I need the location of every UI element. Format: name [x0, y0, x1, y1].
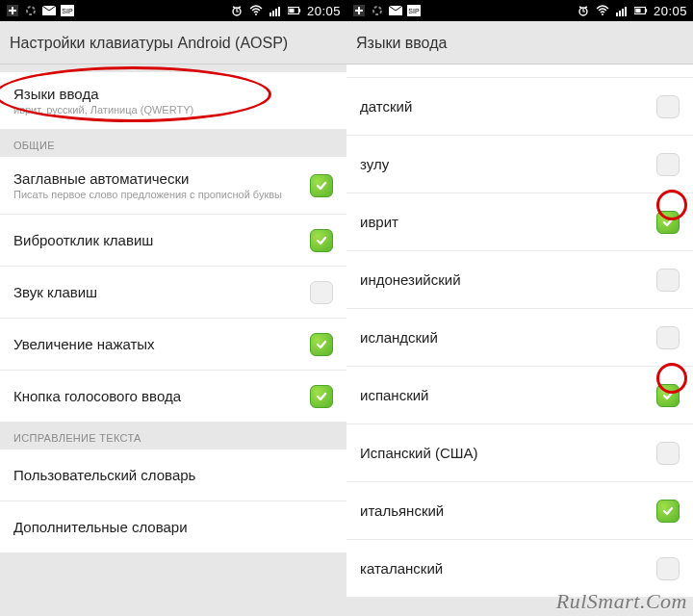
- row-title: Заглавные автоматически: [13, 170, 282, 187]
- auto-caps-row[interactable]: Заглавные автоматически Писать первое сл…: [0, 157, 346, 215]
- checkbox-on[interactable]: [656, 384, 680, 407]
- language-row[interactable]: датский: [346, 78, 693, 136]
- language-row[interactable]: иврит: [346, 193, 693, 251]
- language-label: исландский: [360, 329, 438, 346]
- svg-rect-22: [619, 11, 621, 16]
- addon-dictionaries-row[interactable]: Дополнительные словари: [0, 501, 346, 553]
- svg-rect-10: [278, 7, 280, 16]
- checkbox-off[interactable]: [656, 95, 680, 118]
- left-screen: SIP 20:05 Настройки клавиатуры Android (…: [0, 0, 346, 616]
- language-row[interactable]: исландский: [346, 309, 693, 367]
- svg-rect-7: [270, 13, 271, 16]
- language-row[interactable]: Испанский (США): [346, 424, 693, 482]
- svg-rect-9: [275, 9, 277, 16]
- right-screen: SIP 20:05 Языки ввода датскийзулуивритин…: [346, 0, 693, 616]
- language-label: индонезийский: [360, 271, 461, 288]
- add-icon: [352, 4, 366, 17]
- add-icon: [6, 4, 19, 17]
- language-label: итальянский: [360, 502, 444, 519]
- settings-list[interactable]: Языки ввода иврит, русский, Латиница (QW…: [0, 64, 346, 616]
- language-row[interactable]: зулу: [346, 136, 693, 193]
- svg-point-15: [373, 7, 381, 14]
- checkbox-off[interactable]: [656, 153, 680, 176]
- row-title: Виброотклик клавиш: [13, 232, 153, 248]
- svg-point-1: [27, 7, 35, 14]
- watermark: RulSmart.Com: [556, 589, 687, 614]
- section-header-correction: ИСПРАВЛЕНИЕ ТЕКСТА: [0, 423, 346, 449]
- language-row[interactable]: итальянский: [346, 482, 693, 540]
- checkbox-off[interactable]: [310, 281, 333, 304]
- svg-rect-12: [298, 9, 300, 13]
- checkbox-off[interactable]: [656, 269, 680, 292]
- svg-text:SIP: SIP: [408, 8, 420, 14]
- svg-rect-21: [616, 13, 618, 16]
- checkbox-on[interactable]: [310, 333, 333, 356]
- status-bar: SIP 20:05: [0, 0, 346, 21]
- section-header-general: ОБЩИЕ: [0, 130, 346, 157]
- checkbox-on[interactable]: [656, 211, 680, 234]
- svg-point-6: [255, 13, 257, 15]
- row-subtitle: Писать первое слово предложения с пропис…: [13, 189, 282, 200]
- battery-icon: [634, 4, 648, 17]
- language-list[interactable]: датскийзулуивритиндонезийскийисландскийи…: [346, 64, 693, 616]
- user-dictionary-row[interactable]: Пользовательский словарь: [0, 449, 346, 501]
- sip-icon: SIP: [407, 4, 421, 17]
- checkbox-on[interactable]: [310, 229, 333, 252]
- svg-text:SIP: SIP: [62, 8, 73, 14]
- svg-rect-23: [622, 9, 624, 16]
- alarm-icon: [577, 4, 590, 17]
- status-time: 20:05: [307, 4, 341, 18]
- language-label: Испанский (США): [360, 445, 478, 461]
- language-label: испанский: [360, 387, 428, 403]
- svg-rect-27: [635, 9, 640, 13]
- row-title: Языки ввода: [13, 86, 193, 102]
- svg-rect-13: [289, 9, 294, 13]
- sound-row[interactable]: Звук клавиш: [0, 267, 346, 319]
- checkbox-on[interactable]: [310, 385, 333, 408]
- signal-icon: [269, 4, 282, 17]
- spinner-icon: [24, 4, 38, 17]
- vibrate-row[interactable]: Виброотклик клавиш: [0, 215, 346, 267]
- svg-point-20: [602, 13, 603, 15]
- popup-row[interactable]: Увеличение нажатых: [0, 319, 346, 371]
- wifi-icon: [249, 4, 263, 17]
- signal-icon: [615, 4, 629, 17]
- row-title: Увеличение нажатых: [13, 336, 155, 352]
- checkbox-off[interactable]: [656, 557, 680, 580]
- row-subtitle: иврит, русский, Латиница (QWERTY): [13, 104, 193, 116]
- svg-rect-8: [272, 11, 274, 16]
- page-title: Языки ввода: [356, 35, 683, 52]
- language-label: каталанский: [360, 560, 443, 577]
- row-title: Кнопка голосового ввода: [13, 388, 181, 404]
- mail-icon: [389, 4, 402, 17]
- language-label: иврит: [360, 214, 398, 230]
- checkbox-off[interactable]: [656, 442, 680, 465]
- checkbox-on[interactable]: [656, 500, 680, 523]
- screen-header: Языки ввода: [346, 21, 693, 64]
- row-title: Звук клавиш: [13, 284, 97, 300]
- language-row[interactable]: индонезийский: [346, 251, 693, 309]
- checkbox-off[interactable]: [656, 326, 680, 349]
- sip-icon: SIP: [61, 4, 74, 17]
- list-item-partial: [346, 64, 693, 78]
- page-title: Настройки клавиатуры Android (AOSP): [10, 35, 337, 52]
- row-title: Дополнительные словари: [13, 519, 188, 535]
- status-time: 20:05: [654, 4, 687, 18]
- mail-icon: [42, 4, 56, 17]
- svg-rect-24: [625, 7, 627, 16]
- language-label: датский: [360, 98, 412, 115]
- screen-header: Настройки клавиатуры Android (AOSP): [0, 21, 346, 64]
- voice-key-row[interactable]: Кнопка голосового ввода: [0, 371, 346, 423]
- spinner-icon: [371, 4, 384, 17]
- checkbox-on[interactable]: [310, 174, 333, 197]
- language-row[interactable]: испанский: [346, 367, 693, 424]
- row-title: Пользовательский словарь: [13, 467, 195, 483]
- language-label: зулу: [360, 156, 389, 172]
- alarm-icon: [230, 4, 244, 17]
- battery-icon: [288, 4, 301, 17]
- input-languages-row[interactable]: Языки ввода иврит, русский, Латиница (QW…: [0, 72, 346, 130]
- status-bar: SIP 20:05: [346, 0, 693, 21]
- svg-rect-26: [645, 9, 647, 13]
- wifi-icon: [596, 4, 609, 17]
